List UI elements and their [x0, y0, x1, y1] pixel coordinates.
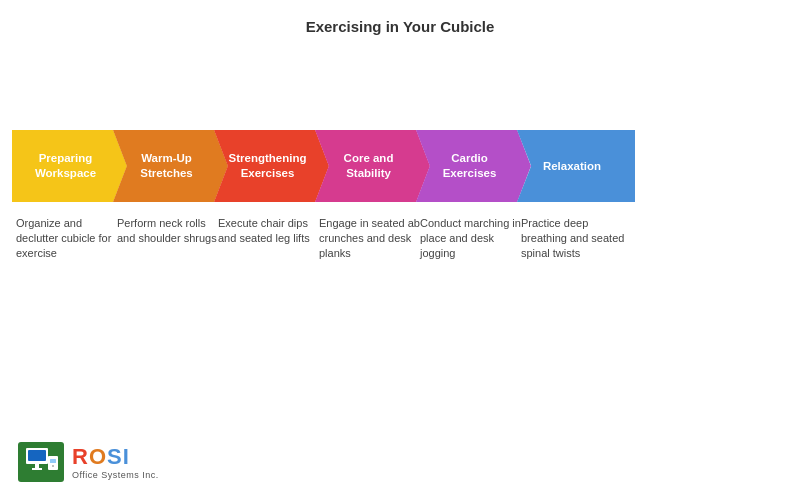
svg-rect-3	[35, 464, 39, 468]
step-cardio: Cardio ExercisesConduct marching in plac…	[416, 130, 531, 261]
step-relaxation: RelaxationPractice deep breathing and se…	[517, 130, 635, 261]
svg-rect-4	[32, 468, 42, 470]
arrow-strengthening: Strengthening Exercises	[214, 130, 329, 202]
desc-preparing: Organize and declutter cubicle for exerc…	[12, 216, 122, 261]
logo-icon	[18, 442, 64, 482]
desc-warmup: Perform neck rolls and shoulder shrugs	[113, 216, 223, 246]
arrow-relaxation: Relaxation	[517, 130, 635, 202]
logo-text: ROSI Office Systems Inc.	[72, 444, 159, 480]
svg-rect-2	[28, 450, 46, 461]
arrow-warmup: Warm-Up Stretches	[113, 130, 228, 202]
arrow-core: Core and Stability	[315, 130, 430, 202]
step-strengthening: Strengthening ExercisesExecute chair dip…	[214, 130, 329, 246]
step-warmup: Warm-Up StretchesPerform neck rolls and …	[113, 130, 228, 246]
desc-relaxation: Practice deep breathing and seated spina…	[517, 216, 627, 261]
logo-subtitle: Office Systems Inc.	[72, 470, 159, 480]
step-core: Core and StabilityEngage in seated ab cr…	[315, 130, 430, 261]
step-preparing: Preparing WorkspaceOrganize and declutte…	[12, 130, 127, 261]
steps-container: Preparing WorkspaceOrganize and declutte…	[12, 130, 635, 261]
desc-cardio: Conduct marching in place and desk joggi…	[416, 216, 526, 261]
svg-rect-6	[50, 459, 56, 463]
page-title: Exercising in Your Cubicle	[0, 0, 800, 45]
arrow-cardio: Cardio Exercises	[416, 130, 531, 202]
arrow-preparing: Preparing Workspace	[12, 130, 127, 202]
desc-strengthening: Execute chair dips and seated leg lifts	[214, 216, 324, 246]
logo-area: ROSI Office Systems Inc.	[18, 442, 159, 482]
desc-core: Engage in seated ab crunches and desk pl…	[315, 216, 425, 261]
svg-point-7	[52, 465, 54, 467]
